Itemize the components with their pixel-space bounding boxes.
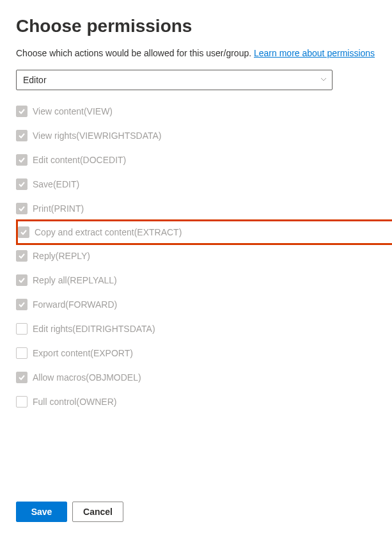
permission-label: Full control(OWNER) (33, 397, 116, 407)
permission-row: Reply(REPLY) (16, 249, 376, 263)
permission-label: Edit rights(EDITRIGHTSDATA) (33, 324, 155, 334)
permission-label: Forward(FORWARD) (33, 299, 117, 310)
permission-row: Full control(OWNER) (16, 395, 376, 409)
permission-row: Edit content(DOCEDIT) (16, 153, 376, 167)
permission-row: View rights(VIEWRIGHTSDATA) (16, 129, 376, 143)
permission-row: Print(PRINT) (16, 202, 376, 216)
permission-checkbox[interactable] (16, 154, 27, 166)
permission-label: Reply(REPLY) (33, 251, 90, 261)
permission-row: Save(EDIT) (16, 177, 376, 191)
permission-row: Forward(FORWARD) (16, 297, 376, 312)
permission-label: Export content(EXPORT) (33, 348, 133, 358)
permission-label: Print(PRINT) (33, 203, 84, 214)
permissions-list: View content(VIEW)View rights(VIEWRIGHTS… (16, 104, 376, 409)
permission-row: Allow macros(OBJMODEL) (16, 370, 376, 384)
permission-row: Reply all(REPLYALL) (16, 273, 376, 287)
permission-checkbox[interactable] (16, 347, 27, 359)
permission-checkbox[interactable] (16, 372, 27, 383)
permission-checkbox[interactable] (16, 299, 27, 310)
permission-row: Export content(EXPORT) (16, 346, 376, 360)
page-title: Choose permissions (16, 16, 376, 36)
permission-label: Save(EDIT) (33, 179, 79, 189)
role-select-value: Editor (23, 75, 47, 85)
permission-row: Edit rights(EDITRIGHTSDATA) (16, 322, 376, 336)
button-row: Save Cancel (16, 502, 123, 522)
permission-row: Copy and extract content(EXTRACT) (16, 219, 392, 245)
learn-more-link[interactable]: Learn more about permissions (254, 48, 375, 58)
permission-label: Allow macros(OBJMODEL) (33, 372, 141, 383)
permission-label: View rights(VIEWRIGHTSDATA) (33, 131, 161, 141)
permission-label: Reply all(REPLYALL) (33, 275, 117, 285)
permission-checkbox[interactable] (16, 396, 27, 407)
permission-checkbox[interactable] (18, 226, 29, 238)
description-body: Choose which actions would be allowed fo… (16, 48, 254, 58)
cancel-button[interactable]: Cancel (72, 502, 123, 522)
permission-checkbox[interactable] (16, 178, 27, 190)
permission-checkbox[interactable] (16, 250, 27, 262)
role-select[interactable]: Editor (16, 70, 333, 90)
permission-checkbox[interactable] (16, 323, 27, 335)
save-button[interactable]: Save (16, 502, 67, 522)
permission-checkbox[interactable] (16, 130, 27, 141)
permission-checkbox[interactable] (16, 203, 27, 214)
description-text: Choose which actions would be allowed fo… (16, 48, 376, 58)
role-select-wrap: Editor (16, 70, 333, 90)
permission-label: Copy and extract content(EXTRACT) (35, 227, 182, 237)
permission-checkbox[interactable] (16, 106, 27, 117)
permission-checkbox[interactable] (16, 274, 27, 286)
permission-row: View content(VIEW) (16, 104, 376, 118)
permission-label: Edit content(DOCEDIT) (33, 155, 126, 165)
permission-label: View content(VIEW) (33, 106, 113, 116)
